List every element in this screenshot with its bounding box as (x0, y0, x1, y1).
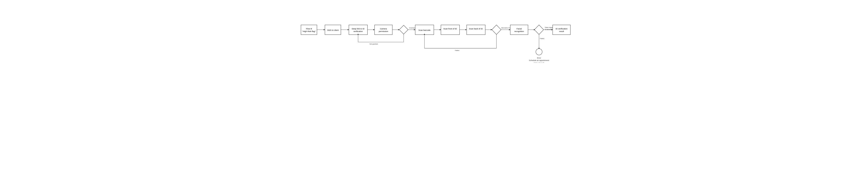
label-notgranted: Not granted (369, 43, 378, 45)
label-sms: SMS to client (327, 29, 339, 31)
label-granted: Granted (409, 27, 415, 29)
arrowhead-9 (509, 29, 510, 30)
arrowhead-1 (324, 29, 325, 30)
label-scanfront1: Scan front of ID (443, 28, 457, 30)
label-deeplink1: Deep link to ID (352, 28, 365, 30)
label-camperm2: permission (379, 30, 388, 32)
arrowhead-3 (373, 29, 374, 30)
label-error2: Schedule an appointment (529, 60, 549, 62)
label-scanback1: Scan back of ID (469, 28, 483, 30)
node-idresult (553, 25, 570, 35)
node-scanback (467, 25, 485, 35)
node-datamapping-diamond (534, 25, 544, 34)
label-error3: Visit a branch (534, 62, 544, 63)
node-flowB (301, 25, 317, 35)
node-camperm (374, 25, 392, 35)
label-facial2: recognition (515, 30, 524, 32)
label-idresult2: result (559, 30, 564, 32)
flow-diagram: Flow B "High Risk flag" SMS to client De… (279, 0, 589, 67)
label-camperm1: Camera (380, 28, 387, 30)
label-idresult1: ID verification (556, 28, 567, 30)
label-failed2: Failed (540, 38, 544, 39)
node-facial (510, 25, 528, 35)
node-deeplink (349, 25, 367, 35)
node-granted-diamond (399, 25, 408, 34)
label-flowB: Flow B (306, 28, 312, 30)
label-error1: Error (537, 57, 541, 59)
node-biometric-diamond (492, 25, 501, 34)
label-flowB2: "High Risk flag" (302, 30, 316, 32)
arrowhead-5 (414, 29, 415, 30)
label-deeplink2: verification (353, 30, 363, 32)
label-facial1: Facial (517, 28, 522, 30)
label-scanbarcode: Scan barcode (418, 29, 431, 31)
arrowhead-2 (348, 29, 349, 30)
node-error-circle (536, 49, 542, 55)
arrowhead-7 (465, 29, 467, 30)
label-failed: Failed (455, 49, 459, 51)
node-scanfront (441, 25, 459, 35)
arrowhead-6 (440, 29, 441, 30)
